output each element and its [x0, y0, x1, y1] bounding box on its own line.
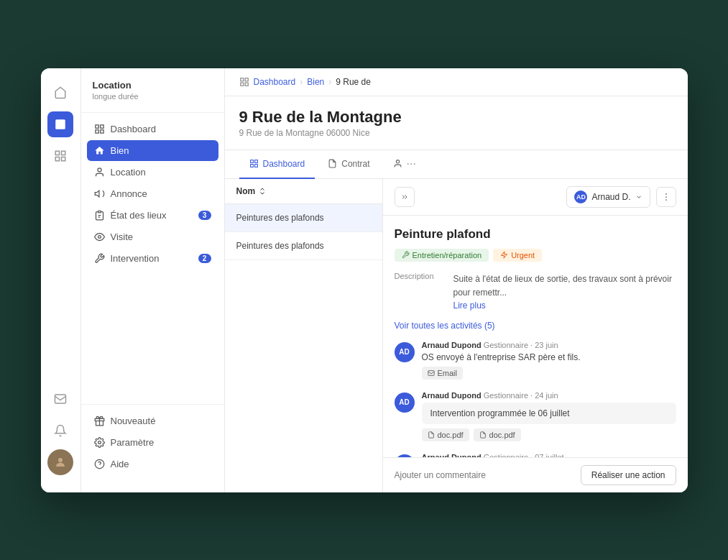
svg-rect-24: [250, 165, 253, 167]
tab-dashboard-icon: [249, 159, 259, 168]
expand-button[interactable]: [395, 187, 415, 207]
svg-rect-5: [55, 395, 66, 403]
table-area: Nom Peintures des plafonds Peintures des…: [225, 179, 383, 492]
sidebar-item-visite-label: Visite: [111, 231, 134, 242]
svg-rect-25: [254, 165, 257, 167]
rail-building-icon[interactable]: [47, 111, 73, 137]
etat-des-lieux-badge: 3: [198, 211, 211, 220]
tab-contrat-label: Contrat: [341, 159, 369, 169]
svg-point-13: [98, 235, 101, 238]
activities-link[interactable]: Voir toutes les activités (5): [395, 321, 676, 331]
sidebar-nav: Dashboard Bien Location Annonce État des…: [81, 119, 224, 398]
property-title: 9 Rue de la Montagne: [239, 108, 673, 127]
eye-icon: [94, 231, 105, 242]
activity-date: 24 juin: [535, 391, 558, 400]
icon-rail: [41, 68, 81, 492]
sidebar-item-dashboard[interactable]: Dashboard: [87, 119, 218, 139]
comment-input[interactable]: [395, 470, 573, 480]
activity-role: Gestionnaire: [484, 341, 528, 349]
svg-rect-2: [62, 151, 65, 155]
description-label: Description: [395, 272, 445, 280]
breadcrumb-dashboard[interactable]: Dashboard: [254, 77, 296, 87]
sort-icon[interactable]: [258, 187, 267, 196]
breadcrumb-bien[interactable]: Bien: [307, 77, 324, 87]
split-view: Nom Peintures des plafonds Peintures des…: [225, 179, 688, 492]
activity-avatar: AD: [395, 393, 415, 413]
sidebar-item-etat-des-lieux[interactable]: État des lieux 3: [87, 205, 218, 226]
svg-rect-1: [55, 151, 59, 155]
svg-rect-7: [95, 124, 98, 127]
breadcrumb-current: 9 Rue de: [336, 77, 371, 87]
gift-icon: [94, 416, 105, 426]
tab-dashboard-label: Dashboard: [263, 159, 305, 169]
svg-rect-23: [254, 160, 257, 163]
svg-point-6: [58, 458, 63, 462]
tab-other[interactable]: ···: [383, 150, 426, 179]
sidebar-item-intervention[interactable]: Intervention 2: [87, 248, 218, 269]
file-chip[interactable]: doc.pdf: [474, 428, 521, 441]
tab-person-icon: [393, 159, 402, 168]
sidebar-item-annonce[interactable]: Annonce: [87, 183, 218, 204]
more-button[interactable]: [656, 187, 676, 207]
description-content: Suite à l'état de lieux de sortie, des t…: [453, 272, 676, 311]
table-row-label: Peintures des plafonds: [236, 213, 324, 223]
detail-title: Peinture plafond: [395, 227, 676, 242]
activity-role: Gestionnaire: [484, 391, 528, 400]
sidebar: Location longue durée Dashboard Bien Loc…: [81, 68, 225, 492]
sidebar-item-bien-label: Bien: [111, 145, 129, 156]
svg-rect-21: [245, 83, 248, 86]
sidebar-item-parametre[interactable]: Paramètre: [87, 432, 218, 453]
chevron-down-icon: [635, 193, 642, 201]
grid-icon: [94, 124, 105, 134]
activity-bubble: Intervention programmée le 06 juillet: [422, 403, 676, 424]
breadcrumb-sep2: ›: [328, 77, 331, 87]
svg-rect-8: [100, 124, 103, 127]
detail-footer: Réaliser une action: [383, 457, 688, 492]
svg-rect-20: [240, 83, 243, 86]
rail-avatar[interactable]: [47, 449, 73, 475]
table-header: Nom: [225, 179, 382, 204]
activity-avatar: AD: [395, 342, 415, 362]
toolbar-right: AD Arnaud D.: [566, 186, 676, 208]
action-button[interactable]: Réaliser une action: [581, 465, 676, 485]
email-chip[interactable]: Email: [422, 367, 464, 380]
rail-chart-icon[interactable]: [47, 143, 73, 169]
rail-mail-icon[interactable]: [47, 386, 73, 412]
breadcrumb-sep1: ›: [300, 77, 303, 87]
detail-content: Peinture plafond Entretien/réparation Ur…: [383, 216, 688, 457]
more-dots-icon: [661, 192, 671, 202]
activity-body: Arnaud Dupond Gestionnaire · 24 juin Int…: [422, 391, 676, 441]
sidebar-item-location[interactable]: Location: [87, 162, 218, 183]
breadcrumb: Dashboard › Bien › 9 Rue de: [225, 68, 688, 96]
read-more-link[interactable]: Lire plus: [453, 300, 676, 311]
sidebar-item-nouveaute-label: Nouveauté: [111, 416, 156, 426]
assignee-button[interactable]: AD Arnaud D.: [566, 186, 650, 208]
tab-contrat-icon: [328, 159, 337, 168]
table-row[interactable]: Peintures des plafonds: [225, 232, 382, 260]
table-row[interactable]: Peintures des plafonds: [225, 204, 382, 232]
table-column-nom: Nom: [236, 186, 256, 196]
detail-description: Description Suite à l'état de lieux de s…: [395, 272, 676, 311]
clipboard-icon: [94, 210, 105, 221]
tab-contrat[interactable]: Contrat: [318, 150, 379, 179]
sidebar-item-bien[interactable]: Bien: [87, 140, 218, 161]
sidebar-subtitle: longue durée: [93, 92, 213, 101]
tab-dashboard[interactable]: Dashboard: [239, 150, 315, 179]
activity-author: Arnaud Dupond: [422, 391, 482, 400]
file-icon: [479, 431, 487, 439]
activity-meta: Arnaud Dupond Gestionnaire · 24 juin: [422, 391, 676, 400]
svg-point-15: [98, 441, 101, 444]
rail-bell-icon[interactable]: [47, 418, 73, 444]
sidebar-item-visite[interactable]: Visite: [87, 226, 218, 247]
sidebar-item-nouveaute[interactable]: Nouveauté: [87, 410, 218, 431]
sidebar-item-annonce-label: Annonce: [111, 188, 147, 199]
activity-meta: Arnaud Dupond Gestionnaire · 23 juin: [422, 341, 676, 349]
svg-rect-12: [98, 211, 101, 213]
property-address: 9 Rue de la Montagne 06000 Nice: [239, 128, 673, 138]
file-chip[interactable]: doc.pdf: [422, 428, 469, 441]
activity-text: OS envoyé à l'entreprise SAR père et fil…: [422, 352, 676, 362]
sidebar-item-aide[interactable]: Aide: [87, 454, 218, 474]
rail-home-icon[interactable]: [47, 80, 73, 106]
sidebar-item-intervention-label: Intervention: [111, 253, 160, 264]
tag-urgent-label: Urgent: [511, 251, 535, 260]
